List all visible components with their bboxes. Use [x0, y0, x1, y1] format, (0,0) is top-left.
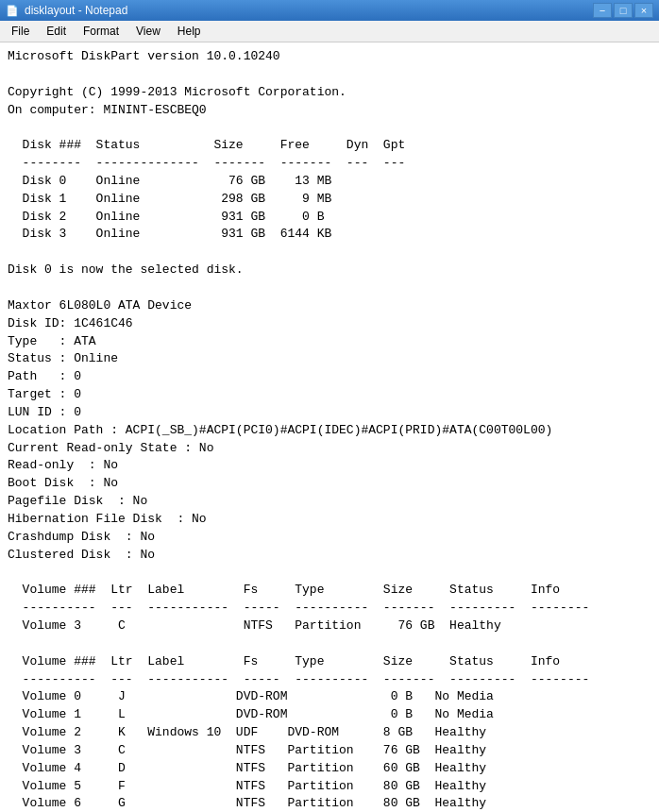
title-bar-title: disklayout - Notepad	[25, 4, 593, 17]
menu-format[interactable]: Format	[76, 23, 127, 40]
maximize-button[interactable]: □	[614, 3, 633, 18]
close-button[interactable]: ×	[634, 3, 653, 18]
menu-bar: File Edit Format View Help	[0, 21, 659, 42]
title-bar-controls: − □ ×	[593, 3, 653, 18]
title-bar: 📄 disklayout - Notepad − □ ×	[0, 0, 659, 21]
menu-file[interactable]: File	[4, 23, 37, 40]
menu-edit[interactable]: Edit	[39, 23, 74, 40]
minimize-button[interactable]: −	[593, 3, 612, 18]
menu-help[interactable]: Help	[170, 23, 209, 40]
text-content[interactable]: Microsoft DiskPart version 10.0.10240 Co…	[0, 42, 659, 812]
menu-view[interactable]: View	[128, 23, 168, 40]
title-bar-icon: 📄	[6, 5, 19, 17]
